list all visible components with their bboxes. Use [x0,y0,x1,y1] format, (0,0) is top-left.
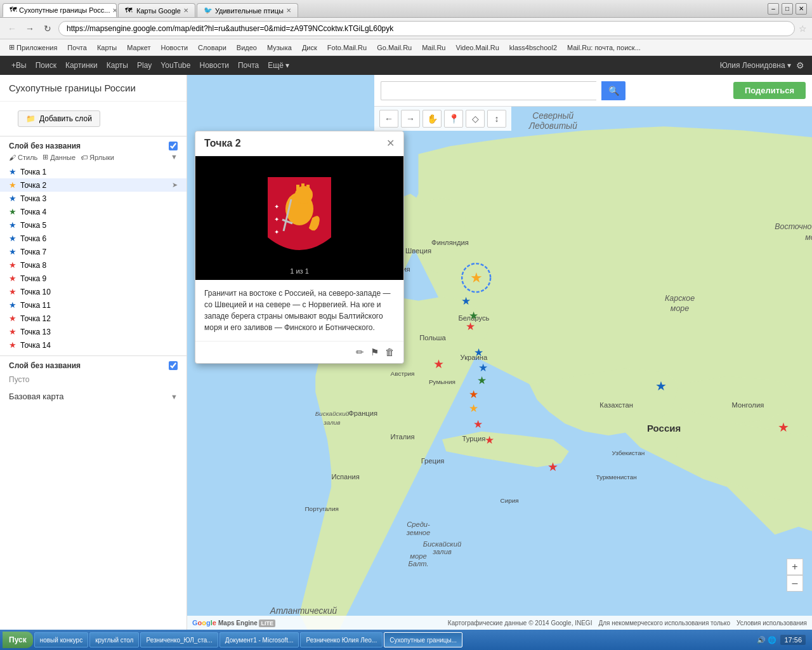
nav-mail[interactable]: Почта [234,58,263,72]
nav-news[interactable]: Новости [195,58,232,72]
popup-edit-btn[interactable]: ✏ [356,347,364,358]
layer1-tab-labels[interactable]: 🏷 Ярлыки [81,153,114,161]
bookmark-disk[interactable]: Диск [298,43,321,53]
bookmark-mailru[interactable]: Mail.Ru [418,43,449,53]
bookmark-dict[interactable]: Словари [194,43,230,53]
point-item-7[interactable]: ★ Точка 7 [0,245,187,258]
marker-btn[interactable]: 📍 [444,110,463,128]
settings-gear-icon[interactable]: ⚙ [796,60,804,70]
taskbar-item-3[interactable]: Резниченко_ЮЛ_ста... [140,632,218,647]
start-btn[interactable]: Пуск [3,632,33,648]
layer1-tab-data[interactable]: ⊞ Данные [43,153,75,161]
point-item-9[interactable]: ★ Точка 9 [0,272,187,285]
tab-2[interactable]: 🗺 Карты Google ✕ [118,3,195,17]
popup-pin-btn[interactable]: ⚑ [370,347,379,358]
point-item-4[interactable]: ★ Точка 4 [0,205,187,218]
shape-btn[interactable]: ◇ [466,110,485,128]
point-item-8[interactable]: ★ Точка 8 [0,258,187,272]
taskbar-item-4[interactable]: Документ1 - Microsoft... [219,632,299,647]
ruler-btn[interactable]: ↕ [487,110,506,128]
taskbar-item-6[interactable]: Сухопутные границы... [384,632,462,647]
taskbar-item-2[interactable]: круглый стол [89,632,139,647]
point-item-11[interactable]: ★ Точка 11 [0,298,187,312]
point-label-2: Точка 2 [20,181,46,190]
minimize-btn[interactable]: – [768,3,779,15]
undo-btn[interactable]: ← [379,110,398,128]
redo-btn[interactable]: → [401,110,420,128]
popup-image-area: ✦ ✦ ✦ 1 из 1 [195,156,403,280]
bookmark-video[interactable]: Видео [233,43,261,53]
point-item-12[interactable]: ★ Точка 12 [0,312,187,325]
refresh-btn[interactable]: ↻ [41,22,55,36]
back-btn[interactable]: ← [5,22,19,36]
point-item-13[interactable]: ★ Точка 13 [0,325,187,338]
map-search-btn[interactable]: 🔍 [601,81,625,100]
point-label-14: Точка 14 [20,341,51,350]
forward-btn[interactable]: → [23,22,37,36]
nav-maps[interactable]: Карты [103,58,132,72]
layer2-checkbox[interactable] [169,361,178,370]
bookmark-maps[interactable]: Карты [93,43,121,53]
map-search-input[interactable] [381,81,596,100]
nav-more[interactable]: Ещё ▾ [264,58,293,72]
map-area[interactable]: 🔍 Поделиться ← → ✋ 📍 ◇ ↕ [187,75,812,630]
bookmark-gomail[interactable]: Go.Mail.Ru [373,43,416,53]
bookmark-star-icon[interactable]: ☆ [799,23,807,34]
layer1-checkbox[interactable] [169,142,178,150]
svg-text:Казахстан: Казахстан [599,401,633,409]
share-btn[interactable]: Поделиться [733,82,806,99]
layer2-section: Слой без названия Пусто [0,355,187,387]
tab-3[interactable]: 🐦 Удивительные птицы ✕ [197,3,298,17]
bookmark-klass[interactable]: klass4bschool2 [506,43,561,53]
url-input[interactable] [58,21,795,36]
popup-title: Точка 2 [204,138,386,149]
base-map-section[interactable]: Базовая карта ▼ [0,387,187,406]
point-item-6[interactable]: ★ Точка 6 [0,232,187,245]
bookmark-mailsearch[interactable]: Mail.Ru: почта, поиск... [563,43,645,53]
zoom-out-btn[interactable]: – [787,575,803,592]
bookmark-videomail[interactable]: Video.Mail.Ru [452,43,503,53]
tab-1[interactable]: 🗺 Сухопутные границы Росс... ✕ [3,3,117,17]
layer1-tab-style[interactable]: 🖌 Стиль [9,153,37,161]
tab-favicon-3: 🐦 [204,6,213,15]
nav-search[interactable]: Поиск [32,58,60,72]
taskbar-item-5[interactable]: Резниченко Юлия Лео... [300,632,383,647]
bookmark-market[interactable]: Маркет [123,43,154,53]
bookmark-foto[interactable]: Foto.Mail.Ru [324,43,370,53]
user-account[interactable]: Юлия Леонидовна ▾ [720,61,791,70]
tab-close-2[interactable]: ✕ [183,7,188,14]
pan-btn[interactable]: ✋ [422,110,442,128]
bookmark-music[interactable]: Музыка [263,43,296,53]
map-toolbar: ← → ✋ 📍 ◇ ↕ [374,107,511,131]
tab-close-1[interactable]: ✕ [112,7,117,14]
point-item-10[interactable]: ★ Точка 10 [0,285,187,298]
terms-link[interactable]: Условия использования [737,620,807,627]
nav-play[interactable]: Play [133,58,155,72]
add-layer-btn[interactable]: 📁 Добавить слой [18,110,100,127]
bookmark-apps[interactable]: ⊞ Приложения [5,42,61,53]
copyright-link[interactable]: Картографические данные © 2014 Google, I… [448,620,593,627]
point-item-1[interactable]: ★ Точка 1 [0,165,187,178]
nav-plus-you[interactable]: +Вы [8,58,30,72]
base-map-dropdown-icon[interactable]: ▼ [171,393,178,401]
point-star-8: ★ [9,260,16,270]
main-content: Сухопутные границы России 📁 Добавить сло… [0,75,812,630]
point-item-2[interactable]: ★ Точка 2 ➤ [0,178,187,192]
point-item-3[interactable]: ★ Точка 3 [0,192,187,205]
tab-close-3[interactable]: ✕ [286,7,291,14]
taskbar-item-1[interactable]: новый конкурс [34,632,88,647]
zoom-in-btn[interactable]: + [787,559,803,575]
bookmark-news[interactable]: Новости [157,43,192,53]
nav-youtube[interactable]: YouTube [157,58,194,72]
popup-close-btn[interactable]: ✕ [386,138,395,149]
nav-images[interactable]: Картинки [62,58,102,72]
bookmark-mail[interactable]: Почта [63,43,91,53]
point-item-5[interactable]: ★ Точка 5 [0,218,187,232]
point-item-14[interactable]: ★ Точка 14 [0,338,187,352]
svg-text:★: ★ [547,460,558,474]
popup-delete-btn[interactable]: 🗑 [385,347,395,358]
maximize-btn[interactable]: □ [782,3,793,15]
disclaimer-link[interactable]: Для некоммерческого использования только [598,620,730,627]
close-btn[interactable]: ✕ [796,3,807,15]
layer1-collapse[interactable]: ▼ [171,153,178,161]
